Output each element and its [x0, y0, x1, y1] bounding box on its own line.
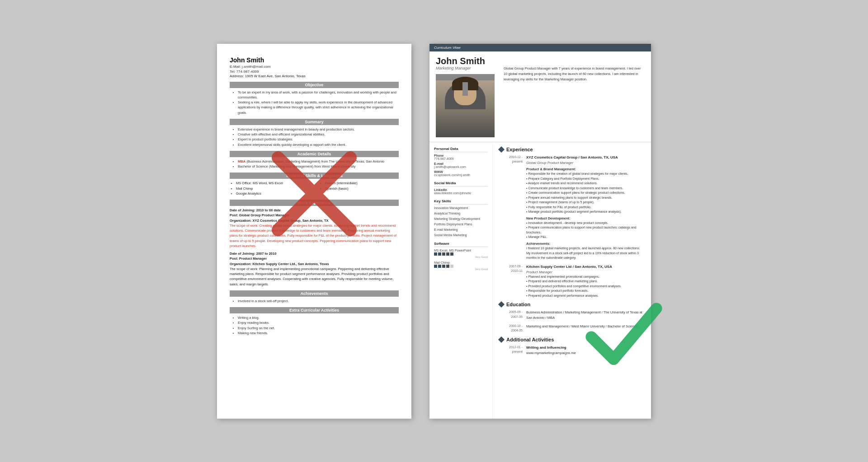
diamond-icon-experience: [498, 146, 505, 152]
extra-item-1: Writing a blog.: [238, 315, 399, 320]
key-skills-title: Key Skills: [434, 199, 488, 205]
extra-item-4: Making new friends.: [238, 331, 399, 336]
linkedin-label: LinkedIn: [434, 188, 488, 191]
key-skills-section: Key Skills Innovation Management Analyti…: [434, 199, 488, 237]
objective-header: Objective: [230, 82, 399, 88]
skill-row-2: Analytical Thinking: [434, 212, 488, 215]
edu-item-2: 2000-10 - 2004-05 Marketing and Manageme…: [499, 324, 645, 333]
cv-sidebar: Personal Data Phone 774-987-4009 E-mail …: [429, 142, 493, 419]
achievements-list: Involved in a stock sell-off project.: [230, 299, 399, 303]
dot-1: [434, 252, 437, 256]
extra-item-2: Enjoy reading books.: [238, 320, 399, 325]
objective-list: To be an expert in my area of work, with…: [230, 90, 399, 115]
exp-dates-2: 2007-09 - 2010-11: [499, 264, 523, 299]
phone-value: 774-987-4009: [434, 157, 488, 160]
work-scope-2: The scope of work: Planning and implemen…: [230, 266, 399, 287]
cv-main-content: Experience 2010-12 - present XYZ Cosmeti…: [493, 142, 651, 419]
left-resume: John Smith E-Mail: j.smith@mail.com Tel:…: [217, 44, 411, 419]
personal-data-title: Personal Data: [434, 147, 488, 152]
photo-bg: [436, 80, 495, 137]
www-value: cv.uptowork.com/mj.smith: [434, 173, 488, 177]
left-name: John Smith: [230, 56, 399, 64]
email-value: j.smith@uptowork.com: [434, 165, 488, 168]
social-media-section: Social Media LinkedIn www.linkedin.com/j…: [434, 181, 488, 195]
skill-row-1: Innovation Management: [434, 206, 488, 210]
dot-4: [446, 265, 449, 268]
cv-top-section: John Smith Marketing Manager Global Grou…: [429, 51, 651, 142]
software-rating-1: [434, 252, 488, 256]
skill-row-3: Marketing Strategy Development: [434, 217, 488, 221]
skill-row-4: Portfolio Deployment Plans: [434, 223, 488, 226]
summary-item-1: Extensive experience in brand management…: [238, 127, 399, 132]
edu-dates-2: 2000-10 - 2004-05: [499, 324, 523, 333]
skill-item-1: MS Office: MS Word, MS Excel: [236, 181, 310, 186]
technical-col2: French (intermediate) Spanish (basic): [319, 181, 399, 196]
edu-item-1: 2005-09 - 2007-05 Business Administratio…: [499, 310, 645, 320]
social-media-title: Social Media: [434, 181, 488, 187]
phone-label: Phone: [434, 154, 488, 157]
exp-content-1: XYZ Cosmetics Capital Group / San Antoni…: [526, 155, 645, 261]
skill-item-3: Google Analytics: [236, 191, 310, 196]
work-job-1: Date of Joining: 2010 to till date Post:…: [230, 208, 399, 248]
dot-3: [442, 265, 445, 268]
photo-tie: [462, 82, 468, 96]
academic-item-2: Bachelor of Science (Marketing and Manag…: [238, 164, 399, 169]
objective-item-2: Seeking a role, where I will be able to …: [238, 100, 399, 115]
cv-body: Personal Data Phone 774-987-4009 E-mail …: [429, 142, 651, 419]
skill-item-2: Mail Chimp: [236, 186, 310, 191]
additional-dates-1: 2012-01 - present: [499, 345, 523, 355]
cv-top-left: John Smith Marketing Manager: [436, 56, 499, 137]
left-phone: Tel: 774-987-4009: [230, 70, 399, 74]
work-joining-1: Date of Joining: 2010 to till date: [230, 208, 399, 213]
additional-content-1: Writing and Influencing www.mymarketingc…: [526, 345, 645, 355]
software-section: Software MS Excel, MS PowerPoint Very Go…: [434, 242, 488, 271]
summary-header: Summary: [230, 119, 399, 125]
dot-2: [438, 252, 441, 256]
work-scope-1: The scope of work: Creating global brand…: [230, 223, 399, 248]
work-post-1: Post: Global Group Product Manager: [230, 213, 399, 218]
technical-skills-row: MS Office: MS Word, MS Excel Mail Chimp …: [230, 181, 399, 196]
software-title: Software: [434, 242, 488, 247]
additional-item-1: 2012-01 - present Writing and Influencin…: [499, 345, 645, 355]
summary-item-2: Creative with effective and efficient or…: [238, 132, 399, 137]
achievements-header: Achievements: [230, 290, 399, 297]
achievement-item-1: Involved in a stock sell-off project.: [238, 299, 399, 303]
lang-item-1: French (intermediate): [325, 181, 399, 186]
exp-content-2: Kitchen Supply Center Ltd / San Antonio,…: [526, 264, 645, 299]
edu-content-2: Marketing and Management / West Miami Un…: [526, 324, 645, 333]
exp-dates-1: 2010-12 - present: [499, 155, 523, 261]
dot-2: [438, 265, 441, 268]
dot-5-empty: [450, 265, 453, 268]
software-item-1: MS Excel, MS PowerPoint Very Good: [434, 249, 488, 258]
cv-label: Curriculum Vitae: [429, 44, 651, 51]
skill-row-5: E-mail Marketing: [434, 228, 488, 232]
cv-title: Marketing Manager: [436, 66, 499, 70]
exp-job-2: 2007-09 - 2010-11 Kitchen Supply Center …: [499, 264, 645, 299]
diamond-icon-additional: [498, 336, 505, 343]
cv-summary: Global Group Product Manager with 7 year…: [504, 56, 645, 137]
diamond-icon-education: [498, 301, 505, 308]
exp-job-1: 2010-12 - present XYZ Cosmetics Capital …: [499, 155, 645, 261]
dot-1: [434, 265, 437, 268]
technical-col1: MS Office: MS Word, MS Excel Mail Chimp …: [230, 181, 310, 196]
extra-list: Writing a blog. Enjoy reading books. Enj…: [230, 315, 399, 336]
objective-item-1: To be an expert in my area of work, with…: [238, 90, 399, 100]
edu-content-1: Business Administration / Marketing Mana…: [526, 310, 645, 320]
cv-photo: [436, 74, 495, 137]
www-label: WWW: [434, 170, 488, 173]
work-post-2: Post: Product Manager: [230, 256, 399, 261]
dot-4: [446, 252, 449, 256]
academic-item-1: MBA (Business Administration, Marketing …: [238, 159, 399, 164]
email-label: E-mail: [434, 162, 488, 165]
work-org-1: Organization: XYZ Cosmetics Capital Grou…: [230, 218, 399, 223]
extra-header: Extra Curricular Activities: [230, 307, 399, 313]
summary-item-4: Excellent interpersonal skills quickly d…: [238, 142, 399, 147]
right-resume: Curriculum Vitae John Smith Marketing Ma…: [429, 44, 651, 419]
summary-list: Extensive experience in brand management…: [230, 127, 399, 147]
work-org-2: Organization: Kitchen Supply Center Ltd.…: [230, 261, 399, 266]
academic-list: MBA (Business Administration, Marketing …: [230, 159, 399, 169]
education-section-title: Education: [499, 302, 645, 307]
dot-3: [442, 252, 445, 256]
work-header: Work Experience: [230, 200, 399, 206]
additional-section-title: Additional Activities: [499, 337, 645, 342]
